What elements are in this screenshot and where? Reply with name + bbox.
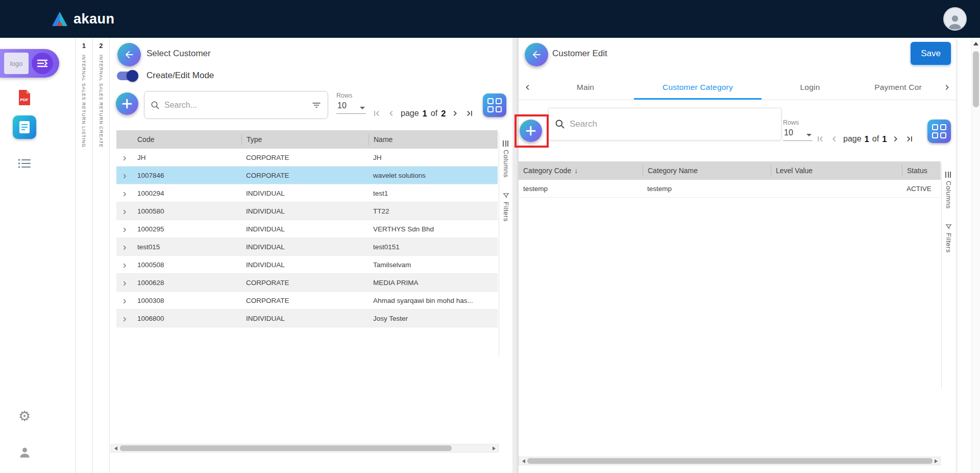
profile-avatar[interactable]	[943, 7, 967, 31]
expand-row-icon[interactable]: ›	[123, 242, 127, 252]
tabs-scroll-right[interactable]	[938, 75, 956, 100]
column-header-code[interactable]: Code	[133, 134, 241, 145]
grid-icon	[932, 124, 938, 130]
previous-page-button[interactable]	[386, 108, 397, 119]
customer-row[interactable]: › 1006800 INDIVIDUAL Josy Tester	[116, 310, 498, 327]
document-app-icon	[13, 115, 36, 139]
grid-view-button[interactable]	[483, 93, 506, 117]
back-button[interactable]	[117, 43, 141, 66]
add-category-button[interactable]	[520, 120, 542, 142]
column-header-name[interactable]: Name	[369, 134, 498, 145]
scroll-left-arrow[interactable]	[520, 457, 527, 465]
add-customer-button[interactable]	[116, 92, 138, 115]
rows-per-page-select[interactable]: Rows 10	[336, 92, 366, 114]
cell-name: MEDIA PRIMA	[369, 279, 498, 287]
expand-row-icon[interactable]: ›	[123, 313, 127, 323]
total-pages: 1	[882, 134, 887, 144]
panel-divider	[512, 38, 519, 473]
filter-list-icon[interactable]	[311, 100, 322, 110]
cell-type: INDIVIDUAL	[241, 225, 369, 233]
last-page-button[interactable]	[904, 133, 915, 145]
scrollbar-thumb[interactable]	[527, 458, 933, 464]
back-button[interactable]	[525, 43, 548, 66]
customer-row[interactable]: › 1000294 INDIVIDUAL test1	[116, 184, 498, 202]
expand-row-icon[interactable]: ›	[123, 206, 127, 216]
category-row[interactable]: testemp testemp ACTIVE	[519, 180, 941, 198]
column-header-level-value[interactable]: Level Value	[771, 165, 902, 176]
customer-row[interactable]: › 1000580 INDIVIDUAL TT22	[116, 202, 498, 220]
tab-login[interactable]: Login	[762, 75, 859, 100]
customer-search-box[interactable]	[144, 91, 328, 119]
workspace-tab-1[interactable]: 1 INTERNAL SALES RETURN LISTING	[76, 38, 92, 473]
cell-code: 1000628	[133, 279, 241, 287]
columns-tool[interactable]: Columns	[502, 140, 510, 178]
customer-row-selected[interactable]: › 1007846 CORPORATE wavelet solutions	[116, 167, 498, 184]
expand-row-icon[interactable]: ›	[123, 295, 127, 305]
scroll-left-arrow[interactable]	[112, 444, 119, 452]
save-button[interactable]: Save	[911, 42, 951, 65]
sidebar-item-settings[interactable]: ⚙	[0, 410, 49, 423]
first-page-button[interactable]	[371, 108, 382, 119]
next-page-button[interactable]	[890, 133, 901, 145]
column-header-type[interactable]: Type	[241, 134, 369, 145]
expand-row-icon[interactable]: ›	[123, 224, 127, 234]
column-header-status[interactable]: Status	[902, 165, 941, 176]
customer-row[interactable]: › 1000308 CORPORATE Ahmad syarqawi bin m…	[116, 292, 498, 310]
tabs-scroll-left[interactable]	[519, 75, 537, 100]
pdf-icon: PDF	[16, 88, 33, 107]
expand-row-icon[interactable]: ›	[123, 188, 127, 198]
scroll-right-arrow[interactable]	[490, 444, 498, 452]
back-arrow-icon	[531, 49, 542, 60]
customer-search-input[interactable]	[164, 101, 307, 110]
expand-row-icon[interactable]: ›	[123, 170, 127, 180]
topbar: akaun	[0, 0, 980, 38]
customer-row[interactable]: › JH CORPORATE JH	[116, 149, 498, 167]
cell-name: Ahmad syarqawi bin mohd has...	[369, 297, 498, 304]
filters-tool[interactable]: Filters	[502, 192, 510, 222]
tab-payment[interactable]: Payment Cor	[859, 75, 938, 100]
first-page-icon	[372, 108, 382, 119]
columns-icon	[945, 172, 952, 178]
column-header-category-code[interactable]: Category Code↓	[519, 165, 643, 176]
table-header: Code Type Name	[116, 130, 498, 149]
columns-tool[interactable]: Columns	[945, 172, 952, 209]
scrollbar-thumb[interactable]	[120, 445, 452, 451]
scroll-right-arrow[interactable]	[932, 457, 940, 465]
workspace-tab-2[interactable]: 2 INTERNAL SALES RETURN CREATE	[92, 38, 110, 473]
sidebar-item-document-app[interactable]	[0, 115, 49, 139]
customer-row[interactable]: › test015 INDIVIDUAL test0151	[116, 238, 498, 256]
cell-code: 1000308	[133, 297, 241, 304]
expand-row-icon[interactable]: ›	[123, 259, 127, 270]
filters-tool[interactable]: Filters	[945, 223, 952, 253]
tab-customer-category[interactable]: Customer Category	[634, 75, 762, 100]
expand-row-icon[interactable]: ›	[123, 152, 127, 162]
sidebar-item-list[interactable]	[0, 157, 49, 170]
expand-row-icon[interactable]: ›	[123, 277, 127, 288]
rows-label: Rows	[336, 92, 366, 99]
sort-desc-icon[interactable]: ↓	[574, 167, 578, 175]
first-page-button[interactable]	[815, 133, 826, 145]
customer-row[interactable]: › 1000508 INDIVIDUAL Tamilselvam	[116, 256, 498, 274]
category-search-box[interactable]	[548, 108, 781, 140]
next-page-button[interactable]	[449, 108, 460, 119]
create-edit-toggle[interactable]	[117, 72, 137, 80]
scrollbar-thumb[interactable]	[973, 51, 979, 107]
customer-row[interactable]: › 1000628 CORPORATE MEDIA PRIMA	[116, 274, 498, 292]
panel-title: Select Customer	[146, 49, 211, 59]
scroll-up-arrow[interactable]	[972, 40, 980, 47]
tab-main[interactable]: Main	[537, 75, 634, 100]
of-word: of	[431, 109, 437, 118]
category-search-input[interactable]	[570, 119, 775, 129]
sidebar-collapse-button[interactable]	[32, 53, 53, 74]
grid-view-button[interactable]	[927, 120, 951, 143]
page-vertical-scrollbar	[971, 38, 980, 473]
sidebar-item-profile[interactable]	[0, 445, 49, 459]
table-side-rail: Columns Filters	[941, 163, 955, 388]
column-header-category-name[interactable]: Category Name	[643, 165, 771, 176]
sidebar-item-pdf[interactable]: PDF	[0, 88, 49, 107]
customer-row[interactable]: › 1000295 INDIVIDUAL VERTHYS Sdn Bhd	[116, 220, 498, 238]
last-page-button[interactable]	[464, 108, 475, 119]
chevron-left-icon	[523, 83, 532, 92]
previous-page-button[interactable]	[829, 133, 840, 145]
rows-per-page-select[interactable]: Rows 10	[783, 119, 813, 141]
